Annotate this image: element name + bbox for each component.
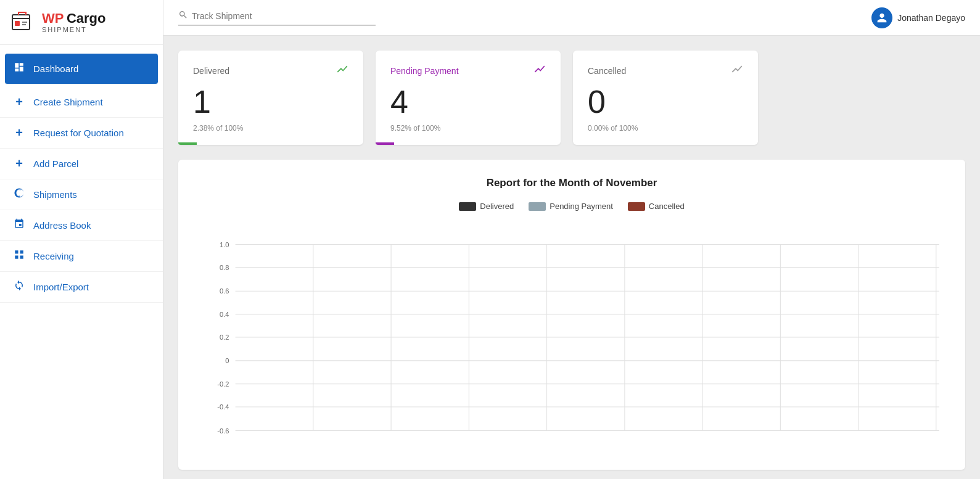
legend-delivered-box: [459, 202, 476, 211]
search-icon: [178, 10, 188, 22]
logo-text: WP Cargo SHIPMENT: [42, 11, 105, 33]
logo-cargo: Cargo: [67, 10, 106, 26]
pending-percent: 9.52% of 100%: [390, 124, 546, 133]
y-label-neg04: -0.4: [217, 403, 229, 411]
stat-card-pending-payment: Pending Payment 4 9.52% of 100%: [376, 51, 561, 145]
y-label-02: 0.2: [220, 334, 229, 341]
sidebar: WP Cargo SHIPMENT Dashboard + Create Shi…: [0, 0, 163, 479]
cancelled-title: Cancelled: [588, 66, 626, 76]
legend-cancelled-label: Cancelled: [649, 202, 685, 211]
search-input[interactable]: [192, 11, 364, 21]
svg-rect-3: [15, 256, 18, 259]
sidebar-item-shipments-label: Shipments: [33, 189, 77, 200]
sidebar-item-create-shipment-label: Create Shipment: [33, 97, 103, 107]
logo-icon: [10, 9, 37, 36]
dashboard-icon: [12, 62, 26, 76]
legend-delivered: Delivered: [459, 202, 514, 211]
create-shipment-icon: +: [12, 95, 26, 109]
sidebar-item-import-export-label: Import/Export: [33, 282, 89, 292]
sidebar-item-receiving-label: Receiving: [33, 251, 74, 261]
delivered-percent: 2.38% of 100%: [193, 124, 348, 133]
delivered-number: 1: [193, 86, 348, 118]
legend-delivered-label: Delivered: [480, 202, 514, 211]
chart-title: Report for the Month of November: [198, 177, 945, 189]
sidebar-item-request-quotation[interactable]: + Request for Quotation: [0, 118, 163, 149]
y-label-08: 0.8: [220, 264, 229, 271]
content: Delivered 1 2.38% of 100% Pending Paymen…: [163, 36, 980, 479]
request-quotation-icon: +: [12, 126, 26, 140]
cancelled-chart-icon: [731, 63, 743, 78]
chart-area: Report for the Month of November Deliver…: [178, 160, 965, 470]
delivered-chart-icon: [336, 63, 348, 78]
sidebar-item-dashboard[interactable]: Dashboard: [5, 54, 158, 84]
sidebar-item-shipments[interactable]: Shipments: [0, 179, 163, 210]
legend-cancelled-box: [628, 202, 645, 211]
main: Jonathan Degayo Delivered 1 2.38% of 100…: [163, 0, 980, 479]
pending-chart-icon: [533, 63, 546, 78]
chart-svg-wrap: 1.0 0.8 0.6 0.4 0.2 0: [198, 221, 945, 457]
sidebar-nav: Dashboard + Create Shipment + Request fo…: [0, 45, 163, 309]
y-label-04: 0.4: [220, 311, 229, 318]
sidebar-item-dashboard-label: Dashboard: [33, 63, 78, 74]
sidebar-item-import-export[interactable]: Import/Export: [0, 272, 163, 303]
y-label-06: 0.6: [220, 287, 229, 295]
sidebar-item-request-quotation-label: Request for Quotation: [33, 128, 124, 138]
import-export-icon: [12, 280, 26, 294]
search-wrap: [178, 10, 376, 26]
pending-title: Pending Payment: [390, 66, 459, 76]
svg-rect-2: [15, 250, 18, 253]
legend-cancelled: Cancelled: [628, 202, 685, 211]
stat-card-cancelled: Cancelled 0 0.00% of 100%: [573, 51, 758, 145]
user-name: Jonathan Degayo: [897, 13, 965, 23]
sidebar-item-receiving[interactable]: Receiving: [0, 241, 163, 272]
legend-pending-box: [529, 202, 546, 211]
user-info[interactable]: Jonathan Degayo: [871, 7, 965, 28]
receiving-icon: [12, 249, 26, 263]
chart-svg: 1.0 0.8 0.6 0.4 0.2 0: [198, 221, 945, 455]
sidebar-item-create-shipment[interactable]: + Create Shipment: [0, 87, 163, 118]
y-label-0: 0: [225, 357, 229, 364]
cancelled-number: 0: [588, 86, 743, 118]
sidebar-item-add-parcel[interactable]: + Add Parcel: [0, 149, 163, 179]
svg-rect-1: [15, 21, 20, 26]
y-label-neg06: -0.6: [217, 427, 229, 435]
logo-shipment: SHIPMENT: [42, 26, 105, 33]
y-label-neg02: -0.2: [217, 380, 229, 388]
sidebar-item-address-book[interactable]: Address Book: [0, 210, 163, 241]
delivered-title: Delivered: [193, 66, 229, 76]
y-label-1: 1.0: [220, 241, 229, 248]
address-book-icon: [12, 218, 26, 232]
stat-card-delivered: Delivered 1 2.38% of 100%: [178, 51, 363, 145]
pending-number: 4: [390, 86, 546, 118]
delivered-bar: [178, 142, 197, 145]
sidebar-item-add-parcel-label: Add Parcel: [33, 158, 78, 169]
add-parcel-icon: +: [12, 157, 26, 171]
pending-bar: [376, 142, 394, 145]
shipments-icon: [12, 187, 26, 202]
logo-wp: WP: [42, 10, 64, 26]
svg-rect-5: [20, 256, 23, 259]
legend-pending-label: Pending Payment: [550, 202, 613, 211]
topbar: Jonathan Degayo: [163, 0, 980, 36]
avatar: [871, 7, 892, 28]
legend-pending: Pending Payment: [529, 202, 613, 211]
chart-legend: Delivered Pending Payment Cancelled: [198, 202, 945, 211]
stat-cards: Delivered 1 2.38% of 100% Pending Paymen…: [178, 51, 965, 145]
sidebar-item-address-book-label: Address Book: [33, 220, 91, 231]
svg-rect-4: [20, 250, 23, 253]
cancelled-percent: 0.00% of 100%: [588, 124, 743, 133]
logo: WP Cargo SHIPMENT: [0, 0, 163, 45]
